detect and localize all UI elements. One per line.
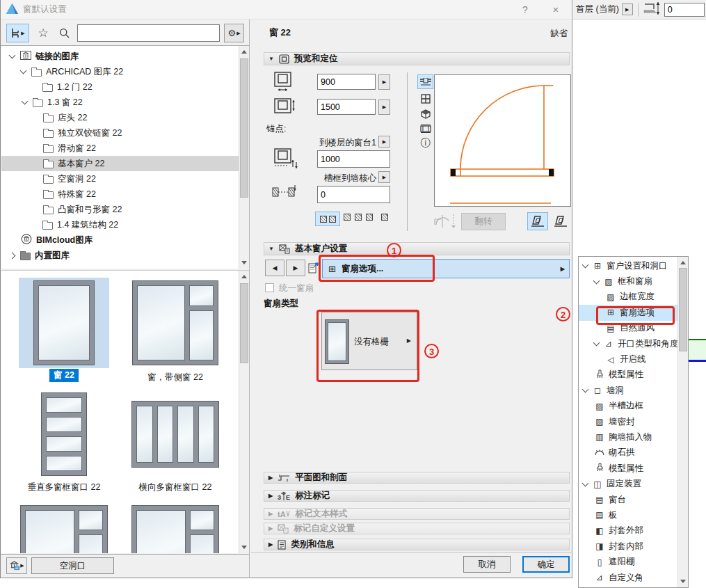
tree-item-doors[interactable]: 1.2 门 22 — [1, 79, 249, 95]
tree-item-casement[interactable]: 独立双铰链窗 22 — [1, 125, 249, 141]
tree-item-archicad-library[interactable]: ARCHICAD 图库 22 — [1, 64, 249, 79]
view-mode-elevation-button[interactable] — [417, 91, 433, 106]
popup-item-custom-corner[interactable]: ⊿自定义角 — [579, 570, 679, 585]
popup-item-parapet-insert[interactable]: ▥胸墙插入物 — [579, 429, 679, 445]
anchor-option-icon[interactable] — [366, 214, 373, 221]
height-flyout-button[interactable]: ▶ — [378, 100, 390, 115]
search-input[interactable] — [77, 24, 220, 42]
popup-item-model-attributes[interactable]: 模型属性 — [579, 367, 679, 383]
uniform-sash-checkbox[interactable] — [265, 283, 274, 292]
popup-item-sill[interactable]: ▤窗台 — [579, 492, 679, 507]
scrollbar-thumb[interactable] — [240, 283, 248, 363]
popup-item-wall-opening[interactable]: ◻墙洞 — [579, 383, 679, 398]
view-mode-plan-button[interactable] — [417, 74, 433, 89]
popup-item-natural-ventilation[interactable]: ▤自然通风 — [579, 321, 679, 336]
sash-type-button[interactable]: 没有格栅 ▶ — [321, 312, 417, 370]
scroll-up-icon[interactable] — [241, 50, 247, 54]
chevron-down-icon[interactable] — [593, 277, 600, 284]
thumbnail-label[interactable]: 窗 22 — [12, 369, 116, 382]
section-dimension-marker[interactable]: ▶ 3E 标注标记 — [264, 490, 570, 502]
scrollbar-thumb[interactable] — [240, 58, 248, 198]
sill-mode-selector[interactable]: 到楼层的窗台1 — [293, 137, 376, 149]
story-selector-label[interactable]: 首层 (当前) — [576, 3, 619, 15]
thumbnail-label[interactable]: 横向多窗框窗口 22 — [123, 481, 227, 494]
anchor-option-icon[interactable] — [320, 216, 327, 223]
story-flyout-button[interactable]: ▶ — [622, 3, 633, 15]
chevron-down-icon[interactable] — [582, 262, 589, 269]
popup-item-wall-closure[interactable]: ▨墙密封 — [579, 414, 679, 429]
plan-preview[interactable] — [434, 74, 571, 207]
popup-item-half-reveal-frame[interactable]: ▨半槽边框 — [579, 399, 679, 414]
width-flyout-button[interactable]: ▶ — [378, 74, 390, 90]
height-input[interactable] — [317, 99, 376, 115]
help-button[interactable]: ? — [519, 4, 531, 15]
tree-item-sliding[interactable]: 滑动窗 22 — [1, 141, 249, 156]
popup-item-fixtures[interactable]: ◫固定装置 — [579, 476, 679, 491]
section-plan-and-section[interactable]: ▶ 平面图和剖面 — [264, 472, 570, 484]
ok-button[interactable]: 确定 — [522, 556, 570, 573]
scroll-up-icon[interactable] — [241, 275, 247, 278]
popup-item-window-settings[interactable]: ⊞窗户设置和洞口 — [579, 258, 679, 273]
anchor-position-selected[interactable] — [315, 212, 340, 226]
section-basic-window-settings[interactable]: ▼ 基本窗户设置 — [264, 242, 570, 255]
popup-item-sash-options[interactable]: ⊞窗扇选项 — [579, 305, 679, 320]
thumbnail-vertical-multipane[interactable] — [19, 390, 109, 477]
anchor-option-icon[interactable] — [355, 214, 362, 221]
sash-options-dropdown[interactable]: ⊞ 窗扇选项... ▶ — [322, 259, 570, 278]
section-preview-positioning[interactable]: ▼ 预览和定位 — [264, 52, 570, 65]
tree-item-building-structures[interactable]: 1.4 建筑结构 22 — [1, 217, 249, 232]
reveal-mode-flyout-button[interactable]: ▶ — [378, 171, 390, 183]
tree-item-shopfront[interactable]: 店头 22 — [1, 110, 249, 125]
width-input[interactable] — [317, 74, 376, 90]
flip-button[interactable]: 翻转 — [461, 213, 506, 230]
popup-item-shading[interactable]: ▯遮阳棚 — [579, 554, 679, 569]
transfer-settings-button[interactable] — [307, 260, 321, 276]
orientation-left-button[interactable] — [527, 212, 548, 230]
reveal-mode-selector[interactable]: 槽框到墙核心 — [300, 173, 376, 184]
chevron-down-icon[interactable] — [9, 52, 16, 59]
thumbnail-horizontal-multipane[interactable] — [130, 390, 220, 477]
object-type-button[interactable]: ▶ — [6, 24, 29, 42]
sill-offset-input[interactable] — [664, 3, 705, 17]
tree-item-empty-opening[interactable]: 空窗洞 22 — [1, 171, 249, 186]
popup-item-frame-and-sash[interactable]: ▨框和窗扇 — [579, 273, 679, 289]
tree-item-bimcloud-library[interactable]: BIMcloud图库 — [1, 232, 249, 248]
chevron-right-icon[interactable] — [9, 252, 16, 259]
popup-item-casing-interior[interactable]: ◨封套内部 — [579, 539, 679, 554]
tree-item-special[interactable]: 特殊窗 22 — [1, 186, 249, 202]
scroll-up-icon[interactable] — [680, 261, 686, 264]
sill-mode-flyout-button[interactable]: ▶ — [378, 136, 390, 148]
thumbnail-window[interactable] — [19, 278, 109, 368]
popup-item-casing-exterior[interactable]: ◧封套外部 — [579, 523, 679, 539]
popup-item-board[interactable]: ▤板 — [579, 507, 679, 523]
thumbnail-partial[interactable] — [130, 505, 220, 553]
popup-item-opening-line[interactable]: ◁开启线 — [579, 351, 679, 367]
anchor-option-icon[interactable] — [381, 214, 388, 221]
view-mode-3d-button[interactable] — [417, 106, 433, 121]
anchor-option-icon[interactable] — [329, 216, 336, 223]
popup-item-model-attributes-2[interactable]: 模型属性 — [579, 461, 679, 476]
tree-item-windows[interactable]: 1.3 窗 22 — [1, 95, 249, 110]
thumbnail-window-sidelight[interactable] — [130, 278, 220, 368]
cancel-button[interactable]: 取消 — [463, 556, 511, 573]
section-category-info[interactable]: ▶ 类别和信息 — [264, 539, 570, 550]
popup-item-frame-width[interactable]: ▨边框宽度 — [579, 289, 679, 305]
popup-scrollbar[interactable] — [677, 257, 688, 587]
tree-item-basic-windows[interactable]: 基本窗户 22 — [1, 156, 249, 171]
thumbnail-label[interactable]: 垂直多窗框窗口 22 — [12, 481, 116, 494]
anchor-option-icon[interactable] — [344, 214, 351, 221]
library-source-button[interactable]: ▶ — [6, 557, 27, 574]
close-button[interactable]: × — [549, 3, 562, 15]
favorites-button[interactable]: ☆ — [34, 24, 52, 42]
popup-item-opening-type-angle[interactable]: ⊿开口类型和角度 — [579, 336, 679, 351]
search-button[interactable] — [55, 24, 73, 42]
scrollbar-thumb[interactable] — [679, 268, 687, 351]
chevron-down-icon[interactable] — [593, 340, 600, 347]
thumbnails-scrollbar[interactable] — [239, 271, 249, 553]
next-button[interactable]: ▶ — [286, 260, 305, 276]
tree-scrollbar[interactable] — [239, 46, 249, 269]
tree-item-embedded-library[interactable]: 内置图库 — [1, 248, 249, 263]
thumbnail-partial[interactable] — [19, 505, 109, 553]
popup-item-masonry-arch[interactable]: 砌石拱 — [579, 445, 679, 461]
scroll-down-icon[interactable] — [680, 580, 686, 583]
